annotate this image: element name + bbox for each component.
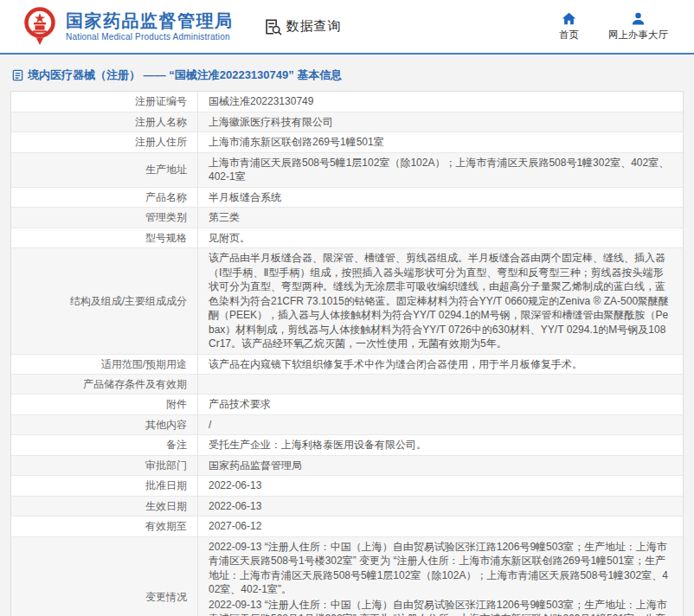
nav-item-online-hall[interactable]: 网上办事大厅 — [608, 11, 668, 42]
row-label-cell: 注册人名称 — [11, 112, 198, 132]
row-label-cell: 产品名称 — [11, 188, 198, 208]
site-logo[interactable]: 国家药品监督管理局 National Medical Products Admi… — [22, 6, 234, 48]
row-label: 型号规格 — [145, 231, 187, 245]
row-label: 有效期至 — [145, 519, 187, 533]
nav-item-label: 网上办事大厅 — [608, 29, 668, 42]
row-value: 见附页。 — [209, 231, 672, 246]
header-nav: 首页 网上办事大厅 — [559, 11, 668, 42]
row-label-cell: 型号规格 — [11, 228, 198, 248]
data-query-icon — [263, 17, 282, 36]
row-value-cell: 上海徽派医疗科技有限公司 — [198, 112, 683, 132]
row-label-cell: 结构及组成/主要组成成分 — [11, 248, 198, 354]
row-value: 2022-06-13 — [209, 478, 672, 493]
data-query-label: 数据查询 — [286, 18, 342, 35]
row-label: 管理类别 — [145, 210, 187, 224]
row-label-cell: 生效日期 — [11, 497, 198, 517]
row-label-cell: 其他内容 — [11, 415, 198, 435]
row-value: 第三类 — [209, 210, 672, 225]
table-row: 结构及组成/主要组成成分该产品由半月板缝合器、限深管、槽缝管、剪线器组成。半月板… — [11, 248, 683, 355]
row-value-cell: 上海市青浦区天辰路508号5幢1层102室（除102A）；上海市青浦区天辰路50… — [198, 153, 683, 187]
row-label-cell: 变更情况 — [11, 537, 198, 616]
row-label-cell: 适用范围/预期用途 — [11, 355, 198, 375]
row-label-cell: 产品储存条件及有效期 — [11, 375, 198, 394]
row-value: 上海市浦东新区联创路269号1幢501室 — [209, 135, 672, 150]
row-label: 注册人名称 — [135, 115, 187, 129]
table-row: 批准日期2022-06-13 — [11, 476, 683, 497]
row-value: 2022-06-13 — [209, 499, 672, 514]
user-icon — [631, 11, 646, 26]
row-value-cell: / — [198, 415, 683, 435]
row-value-cell: 2022-06-13 — [198, 497, 683, 517]
row-value-cell: 国家药品监督管理局 — [198, 456, 683, 476]
breadcrumb-text: 境内医疗器械（注册） —— “国械注准20223130749” 基本信息 — [28, 67, 342, 83]
row-label: 适用范围/预期用途 — [101, 357, 187, 371]
row-value-cell: 见附页。 — [198, 228, 683, 248]
row-label: 注册证编号 — [135, 94, 187, 108]
row-label: 生效日期 — [145, 499, 187, 513]
row-value-paragraph: 2022-09-13 “注册人住所：中国（上海）自由贸易试验区张江路1206号9… — [209, 540, 672, 597]
row-value: 半月板缝合系统 — [209, 190, 672, 205]
row-value-cell: 产品技术要求 — [198, 395, 683, 414]
row-value: 受托生产企业：上海利格泰医用设备有限公司。 — [209, 438, 672, 452]
row-label-cell: 有效期至 — [11, 517, 198, 536]
row-label: 审批部门 — [145, 459, 187, 472]
row-value-cell: 国械注准20223130749 — [198, 92, 683, 112]
nav-item-label: 首页 — [559, 29, 579, 42]
row-value-cell: 第三类 — [198, 208, 683, 228]
row-value: 国械注准20223130749 — [209, 94, 672, 109]
table-row: 产品储存条件及有效期 — [11, 375, 683, 395]
home-icon — [562, 11, 576, 26]
row-value: 该产品在内窥镜下软组织修复手术中作为缝合闭合器使用，用于半月板修复手术。 — [209, 357, 672, 372]
row-label-cell: 附件 — [11, 395, 198, 414]
table-row: 型号规格见附页。 — [11, 228, 683, 249]
org-name-cn: 国家药品监督管理局 — [66, 10, 234, 31]
row-label: 附件 — [166, 397, 187, 411]
table-row: 注册证编号国械注准20223130749 — [11, 92, 683, 112]
table-row: 备注受托生产企业：上海利格泰医用设备有限公司。 — [11, 435, 683, 456]
row-value-cell: 半月板缝合系统 — [198, 188, 683, 208]
row-label: 产品储存条件及有效期 — [83, 377, 187, 391]
table-row: 生产地址上海市青浦区天辰路508号5幢1层102室（除102A）；上海市青浦区天… — [11, 153, 683, 188]
row-label: 产品名称 — [145, 190, 187, 204]
row-label-cell: 注册人住所 — [11, 132, 198, 152]
row-label-cell: 批准日期 — [11, 476, 198, 496]
row-value-cell: 受托生产企业：上海利格泰医用设备有限公司。 — [198, 435, 683, 455]
row-value-paragraph: 2022-09-13 “注册人住所：中国（上海）自由贸易试验区张江路1206号9… — [209, 598, 672, 616]
document-icon — [12, 69, 23, 81]
data-query-tab[interactable]: 数据查询 — [263, 17, 342, 36]
site-header: 国家药品监督管理局 National Medical Products Admi… — [0, 0, 694, 55]
table-row: 其他内容/ — [11, 415, 683, 436]
row-value-cell: 上海市浦东新区联创路269号1幢501室 — [198, 132, 683, 152]
row-label: 注册人住所 — [135, 135, 187, 149]
org-name-en: National Medical Products Administration — [66, 31, 234, 42]
row-value-cell: 该产品在内窥镜下软组织修复手术中作为缝合闭合器使用，用于半月板修复手术。 — [198, 355, 683, 375]
row-value: / — [209, 418, 672, 433]
table-row: 变更情况2022-09-13 “注册人住所：中国（上海）自由贸易试验区张江路12… — [11, 537, 683, 616]
row-value: 国家药品监督管理局 — [209, 459, 672, 473]
table-row: 生效日期2022-06-13 — [11, 497, 683, 517]
national-emblem-icon — [22, 6, 57, 48]
breadcrumb: 境内医疗器械（注册） —— “国械注准20223130749” 基本信息 — [0, 55, 694, 91]
row-value-cell: 2022-09-13 “注册人住所：中国（上海）自由贸易试验区张江路1206号9… — [198, 537, 683, 616]
row-label: 其他内容 — [145, 418, 187, 432]
table-row: 注册人名称上海徽派医疗科技有限公司 — [11, 112, 683, 133]
table-row: 注册人住所上海市浦东新区联创路269号1幢501室 — [11, 132, 683, 153]
row-value: 2027-06-12 — [209, 519, 672, 534]
table-row: 管理类别第三类 — [11, 208, 683, 228]
table-row: 审批部门国家药品监督管理局 — [11, 456, 683, 477]
row-label-cell: 注册证编号 — [11, 92, 198, 112]
row-value-cell: 2022-06-13 — [198, 476, 683, 496]
row-value-cell: 该产品由半月板缝合器、限深管、槽缝管、剪线器组成。半月板缝合器由两个固定棒、缝线… — [198, 248, 683, 354]
row-label: 批准日期 — [145, 478, 187, 492]
nav-item-home[interactable]: 首页 — [559, 11, 579, 42]
registration-info-table: 注册证编号国械注准20223130749注册人名称上海徽派医疗科技有限公司注册人… — [10, 91, 684, 616]
row-value: 上海市青浦区天辰路508号5幢1层102室（除102A）；上海市青浦区天辰路50… — [209, 156, 672, 184]
row-label: 变更情况 — [145, 590, 187, 604]
row-value: 产品技术要求 — [209, 397, 672, 412]
row-value: 该产品由半月板缝合器、限深管、槽缝管、剪线器组成。半月板缝合器由两个固定棒、缝线… — [209, 251, 672, 351]
row-value-cell — [198, 375, 683, 394]
row-value: 上海徽派医疗科技有限公司 — [209, 115, 672, 130]
row-label-cell: 生产地址 — [11, 153, 198, 187]
table-row: 附件产品技术要求 — [11, 395, 683, 415]
row-label-cell: 审批部门 — [11, 456, 198, 476]
